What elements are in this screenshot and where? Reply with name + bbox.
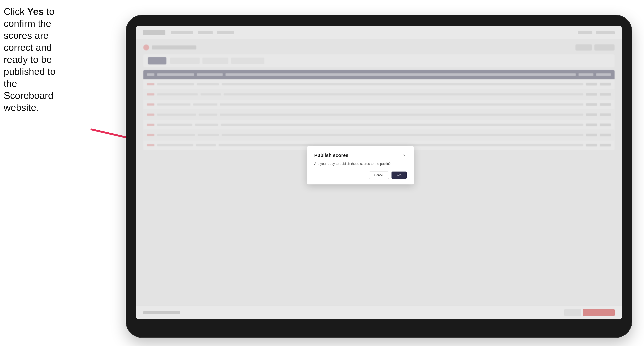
annotation-prefix: Click (4, 6, 27, 17)
modal-title: Publish scores (314, 153, 348, 158)
annotation-text: Click Yes to confirm the scores are corr… (4, 5, 57, 114)
publish-scores-dialog: Publish scores × Are you ready to publis… (307, 146, 414, 184)
annotation-suffix: to confirm the scores are correct and re… (4, 6, 56, 113)
tablet-screen: Publish scores × Are you ready to publis… (136, 26, 622, 319)
yes-button[interactable]: Yes (392, 172, 407, 179)
modal-overlay: Publish scores × Are you ready to publis… (136, 26, 622, 319)
modal-footer: Cancel Yes (314, 172, 407, 179)
annotation-bold: Yes (27, 6, 44, 17)
close-icon[interactable]: × (402, 153, 407, 158)
cancel-button[interactable]: Cancel (369, 172, 389, 179)
tablet-device: Publish scores × Are you ready to publis… (126, 15, 632, 338)
modal-body-text: Are you ready to publish these scores to… (314, 162, 407, 166)
modal-header: Publish scores × (314, 153, 407, 158)
